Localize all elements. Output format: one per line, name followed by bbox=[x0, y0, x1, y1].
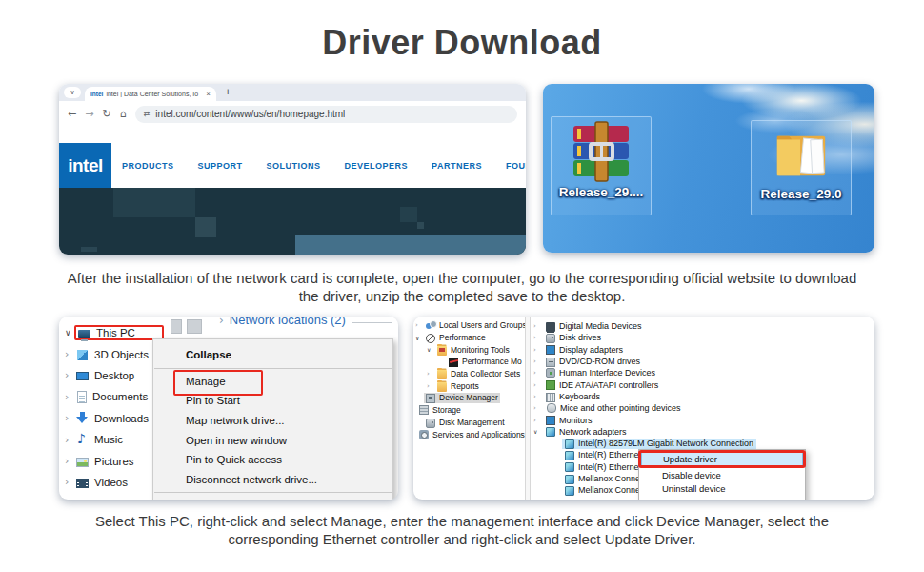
chevron-right-icon[interactable]: › bbox=[219, 317, 224, 327]
mgmt-tree-item-reports[interactable]: ›Reports bbox=[415, 379, 525, 392]
nav-link-partners[interactable]: PARTNERS bbox=[432, 161, 482, 171]
scrollbar-thumb[interactable] bbox=[187, 319, 202, 334]
home-icon[interactable]: ⌂ bbox=[120, 108, 127, 120]
chevron-right-icon[interactable]: › bbox=[65, 476, 76, 488]
device-item-dvd-cd-rom-drives[interactable]: ›DVD/CD-ROM drives bbox=[531, 356, 874, 367]
menu-item-pin-to-start[interactable]: Pin to Start bbox=[153, 391, 392, 411]
menu-item-collapse[interactable]: Collapse bbox=[153, 345, 392, 365]
display-icon bbox=[546, 345, 555, 355]
tree-item-body: Pictures bbox=[76, 456, 134, 467]
address-bar[interactable]: ⇄ intel.com/content/www/us/en/homepage.h… bbox=[135, 106, 517, 123]
tree-item-pictures[interactable]: ›Pictures bbox=[59, 450, 164, 471]
download-icon bbox=[76, 412, 89, 424]
chevron-right-icon[interactable]: › bbox=[533, 346, 543, 354]
nav-link-foundry[interactable]: FOUNDRY bbox=[506, 161, 526, 171]
chevron-right-icon[interactable]: › bbox=[415, 321, 424, 329]
mgmt-tree-item-body: Data Collector Sets bbox=[435, 368, 522, 379]
mgmt-tree-item-label: Storage bbox=[432, 405, 461, 415]
desktop-icon-winrar-archive[interactable]: Release_29.... bbox=[551, 116, 652, 215]
chevron-right-icon[interactable]: › bbox=[65, 434, 76, 446]
menu-item-uninstall-device[interactable]: Uninstall device bbox=[639, 482, 805, 496]
desktop-icon-label: Release_29.... bbox=[552, 185, 651, 199]
chevron-right-icon[interactable]: › bbox=[65, 455, 76, 467]
menu-item-disable-device[interactable]: Disable device bbox=[639, 469, 805, 482]
device-item-network-adapters[interactable]: ∨Network adapters bbox=[531, 426, 874, 438]
device-item-label: Human Interface Devices bbox=[559, 368, 655, 378]
chevron-down-icon[interactable]: ∨ bbox=[415, 335, 424, 341]
menu-item-disconnect-network-drive[interactable]: Disconnect network drive... bbox=[153, 470, 392, 490]
tree-item-this-pc[interactable]: ∨This PC bbox=[59, 322, 164, 343]
menu-item-update-driver[interactable]: Update driver bbox=[641, 452, 803, 466]
chevron-down-icon[interactable]: ∨ bbox=[427, 346, 435, 353]
back-icon[interactable]: ← bbox=[68, 108, 76, 120]
device-item-body: IDE ATA/ATAPI controllers bbox=[543, 379, 661, 390]
tree-item-desktop[interactable]: ›Desktop bbox=[59, 365, 164, 386]
mouse-icon bbox=[547, 403, 556, 413]
device-item-intel-r-82579lm-gigabit-network-connection[interactable]: Intel(R) 82579LM Gigabit Network Connect… bbox=[531, 438, 874, 449]
tree-item-documents[interactable]: ›Documents bbox=[59, 386, 164, 407]
menu-item-open-in-new-window[interactable]: Open in new window bbox=[153, 430, 392, 450]
browser-tab[interactable]: intel intel | Data Center Solutions, Io … bbox=[85, 87, 216, 101]
mgmt-tree-item-device-manager[interactable]: Device Manager bbox=[415, 392, 525, 404]
chevron-right-icon[interactable]: › bbox=[533, 393, 543, 400]
tree-item-3d-objects[interactable]: ›3D Objects bbox=[59, 343, 164, 364]
media-icon bbox=[546, 322, 555, 332]
device-item-human-interface-devices[interactable]: ›Human Interface Devices bbox=[531, 367, 874, 378]
chevron-right-icon[interactable]: › bbox=[65, 412, 76, 424]
page-whitespace bbox=[59, 127, 526, 143]
device-item-label: Display adapters bbox=[559, 345, 623, 355]
mgmt-tree-item-performance[interactable]: ∨Performance bbox=[415, 332, 525, 344]
tab-search-button[interactable]: ∨ bbox=[64, 87, 81, 98]
chevron-right-icon[interactable]: › bbox=[533, 369, 543, 377]
mgmt-tree-item-performance-mo[interactable]: Performance Mo bbox=[415, 356, 525, 368]
mgmt-tree-item-local-users-and-groups[interactable]: ›Local Users and Groups bbox=[415, 319, 525, 332]
chevron-right-icon[interactable]: › bbox=[65, 369, 76, 381]
mgmt-tree-item-label: Data Collector Sets bbox=[451, 369, 520, 378]
tree-item-music[interactable]: ›Music bbox=[59, 429, 164, 450]
chevron-right-icon[interactable]: › bbox=[533, 322, 543, 330]
device-item-mice-and-other-pointing-devices[interactable]: ›Mice and other pointing devices bbox=[531, 402, 874, 414]
menu-item-manage[interactable]: Manage bbox=[153, 372, 392, 392]
mgmt-tree-item-body: Performance Mo bbox=[447, 356, 524, 367]
chevron-right-icon[interactable]: › bbox=[533, 404, 543, 412]
mgmt-tree-item-monitoring-tools[interactable]: ∨Monitoring Tools bbox=[415, 343, 525, 356]
intel-logo[interactable]: intel bbox=[59, 143, 111, 188]
nav-link-developers[interactable]: DEVELOPERS bbox=[345, 161, 409, 171]
reload-icon[interactable]: ↻ bbox=[102, 108, 110, 120]
menu-item-map-network-drive[interactable]: Map network drive... bbox=[153, 411, 392, 431]
chevron-right-icon[interactable]: › bbox=[533, 417, 543, 424]
chevron-right-icon[interactable]: › bbox=[533, 381, 543, 389]
nav-link-support[interactable]: SUPPORT bbox=[198, 161, 243, 171]
device-item-label: Disk drives bbox=[559, 333, 601, 342]
device-item-ide-ata-atapi-controllers[interactable]: ›IDE ATA/ATAPI controllers bbox=[531, 378, 874, 390]
new-tab-button[interactable]: + bbox=[225, 86, 231, 97]
desktop-icon-folder[interactable]: Release_29.0 bbox=[751, 120, 852, 215]
mgmt-tree-item-data-collector-sets[interactable]: ›Data Collector Sets bbox=[415, 368, 525, 380]
mgmt-tree-item-disk-management[interactable]: Disk Management bbox=[415, 417, 525, 429]
device-item-display-adapters[interactable]: ›Display adapters bbox=[531, 344, 874, 356]
device-item-monitors[interactable]: ›Monitors bbox=[531, 414, 874, 425]
chevron-right-icon[interactable]: › bbox=[427, 382, 435, 390]
tab-close-icon[interactable]: × bbox=[206, 90, 211, 98]
device-item-disk-drives[interactable]: ›Disk drives bbox=[531, 332, 874, 343]
device-item-keyboards[interactable]: ›Keyboards bbox=[531, 391, 874, 402]
chevron-right-icon[interactable]: › bbox=[65, 348, 76, 360]
menu-item-pin-to-quick-access[interactable]: Pin to Quick access bbox=[153, 450, 392, 470]
device-item-digital-media-devices[interactable]: ›Digital Media Devices bbox=[531, 320, 874, 332]
nav-link-products[interactable]: PRODUCTS bbox=[122, 161, 174, 171]
tree-item-downloads[interactable]: ›Downloads bbox=[59, 408, 164, 429]
chevron-right-icon[interactable]: › bbox=[427, 370, 435, 378]
nav-link-solutions[interactable]: SOLUTIONS bbox=[267, 161, 321, 171]
chevron-right-icon[interactable]: › bbox=[533, 334, 543, 341]
mgmt-tree-item-services-and-applications[interactable]: Services and Applications bbox=[415, 428, 525, 440]
forward-icon[interactable]: → bbox=[85, 108, 93, 120]
mgmt-tree-item-storage[interactable]: Storage bbox=[415, 404, 525, 417]
explorer-group-header: › Network locations (2) bbox=[219, 317, 392, 327]
device-item-label: Network adapters bbox=[559, 427, 627, 437]
scrollbar-thumb[interactable] bbox=[171, 319, 182, 334]
chevron-right-icon[interactable]: › bbox=[65, 391, 76, 403]
chevron-right-icon[interactable]: › bbox=[533, 358, 543, 365]
chevron-down-icon[interactable]: ∨ bbox=[533, 428, 543, 435]
tree-item-videos[interactable]: ›Videos bbox=[59, 472, 164, 493]
browser-toolbar: ← → ↻ ⌂ ⇄ intel.com/content/www/us/en/ho… bbox=[59, 101, 526, 127]
